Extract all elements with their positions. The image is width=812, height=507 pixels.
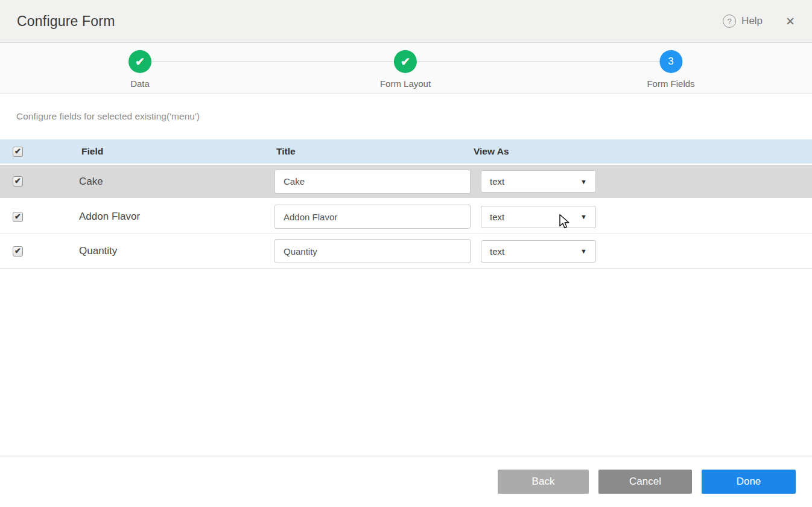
column-header-view-as: View As	[474, 146, 812, 157]
table-row: ✔ Quantity text ▼	[0, 234, 812, 269]
wizard-stepper: ✔ Data ✔ Form Layout 3 Form Fields	[0, 43, 812, 94]
view-as-selected-value: text	[490, 176, 504, 187]
title-cell	[274, 170, 474, 194]
table-header-row: ✔ Field Title View As	[0, 139, 812, 164]
footer-bar: Back Cancel Done	[0, 456, 812, 507]
view-as-selected-value: text	[490, 212, 504, 222]
view-as-dropdown[interactable]: text ▼	[481, 206, 596, 228]
checkmark-icon: ✔	[14, 212, 21, 221]
step-form-layout[interactable]: ✔ Form Layout	[380, 50, 431, 89]
checkmark-icon: ✔	[14, 147, 21, 156]
back-button[interactable]: Back	[498, 470, 589, 494]
subtitle-text: Configure fields for selected existing('…	[16, 111, 200, 122]
step-label: Form Fields	[647, 78, 694, 89]
row-checkbox-cell: ✔	[0, 246, 36, 257]
check-icon: ✔	[401, 55, 410, 69]
row-checkbox[interactable]: ✔	[13, 246, 23, 257]
step-label: Data	[128, 78, 151, 89]
dialog-titlebar: Configure Form ? Help ✕	[0, 0, 812, 43]
row-checkbox[interactable]: ✔	[13, 212, 23, 222]
title-cell	[274, 205, 474, 229]
help-button[interactable]: ? Help	[723, 14, 763, 28]
title-input[interactable]	[274, 205, 471, 229]
select-all-cell: ✔	[0, 147, 36, 157]
view-as-cell: text ▼	[474, 240, 812, 263]
help-icon: ?	[723, 14, 736, 28]
view-as-cell: text ▼	[474, 170, 812, 193]
table-row: ✔ Cake text ▼	[0, 165, 812, 200]
close-icon[interactable]: ✕	[785, 16, 795, 27]
page-title: Configure Form	[17, 13, 115, 30]
checkmark-icon: ✔	[14, 176, 21, 185]
field-name-label: Quantity	[36, 245, 274, 257]
table-row: ✔ Addon Flavor text ▼	[0, 200, 812, 234]
chevron-down-icon: ▼	[580, 247, 587, 255]
titlebar-actions: ? Help ✕	[723, 14, 795, 28]
row-checkbox-cell: ✔	[0, 212, 36, 222]
view-as-dropdown[interactable]: text ▼	[481, 240, 596, 263]
step-number: 3	[668, 56, 673, 68]
title-input[interactable]	[274, 170, 471, 194]
step-complete-icon: ✔	[128, 50, 151, 73]
title-cell	[274, 239, 474, 263]
field-rows: ✔ Cake text ▼ ✔ Addon Flavor text ▼	[0, 165, 812, 269]
done-button[interactable]: Done	[702, 470, 796, 494]
step-complete-icon: ✔	[394, 50, 417, 73]
row-checkbox-cell: ✔	[0, 176, 36, 187]
field-name-label: Cake	[36, 176, 274, 188]
column-header-field: Field	[36, 146, 274, 157]
empty-content-area	[0, 269, 812, 456]
field-name-label: Addon Flavor	[36, 211, 274, 223]
step-form-fields[interactable]: 3 Form Fields	[647, 50, 694, 89]
column-header-title: Title	[274, 146, 474, 157]
view-as-selected-value: text	[490, 246, 504, 257]
cancel-button[interactable]: Cancel	[598, 470, 692, 494]
step-data[interactable]: ✔ Data	[128, 50, 151, 89]
select-all-checkbox[interactable]: ✔	[13, 147, 23, 157]
title-input[interactable]	[274, 239, 471, 263]
chevron-down-icon: ▼	[580, 213, 587, 220]
subtitle-bar: Configure fields for selected existing('…	[0, 94, 812, 139]
view-as-dropdown[interactable]: text ▼	[481, 170, 596, 193]
step-label: Form Layout	[380, 78, 431, 89]
checkmark-icon: ✔	[14, 246, 21, 255]
help-label: Help	[741, 15, 763, 27]
chevron-down-icon: ▼	[580, 178, 587, 185]
step-number-badge: 3	[659, 50, 682, 73]
row-checkbox[interactable]: ✔	[13, 176, 23, 187]
view-as-cell: text ▼	[474, 206, 812, 228]
check-icon: ✔	[135, 55, 145, 69]
